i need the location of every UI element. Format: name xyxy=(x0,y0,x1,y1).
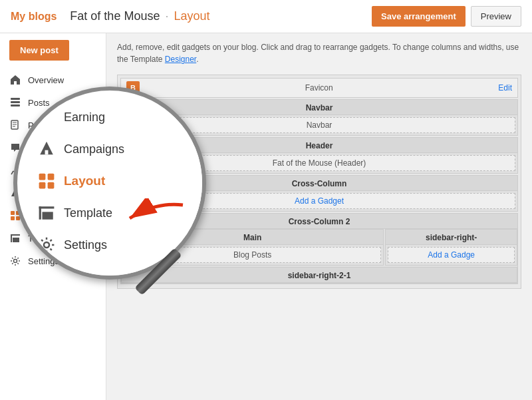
navbar-section: Navbar Navbar xyxy=(120,99,518,136)
main-column: Main Blog Posts xyxy=(121,229,384,266)
svg-rect-18 xyxy=(11,234,12,242)
sidebar-right-2-1-section: sidebar-right-2-1 xyxy=(121,267,517,284)
preview-button[interactable]: Preview xyxy=(471,6,521,27)
svg-rect-19 xyxy=(13,238,19,242)
cross-column-header: Cross-Column xyxy=(121,176,517,191)
header-label: Header xyxy=(121,138,517,153)
layout-wrapper: New post Overview Posts Pages Comments xyxy=(0,33,532,400)
svg-rect-13 xyxy=(11,211,15,215)
main-body[interactable]: Blog Posts xyxy=(124,247,381,263)
svg-rect-16 xyxy=(16,216,20,220)
main-header: Main xyxy=(122,230,383,245)
cross-column2-section: Cross-Column 2 Main Blog Posts sidebar-r… xyxy=(120,213,518,284)
settings-icon xyxy=(9,255,21,267)
svg-point-20 xyxy=(14,260,17,263)
favicon-icon: B xyxy=(126,81,140,95)
campaigns-icon xyxy=(9,187,21,199)
comments-icon xyxy=(9,142,21,154)
svg-rect-15 xyxy=(11,216,15,220)
sidebar-right-header: sidebar-right- xyxy=(386,230,517,245)
svg-rect-17 xyxy=(11,234,20,236)
main-content: Add, remove, edit gadgets on your blog. … xyxy=(106,33,532,400)
current-page-label: Layout xyxy=(174,9,209,23)
sidebar-item-posts[interactable]: Posts xyxy=(0,91,106,114)
new-post-button[interactable]: New post xyxy=(9,40,69,61)
header-body[interactable]: Fat of the Mouse (Header) xyxy=(123,155,515,171)
pages-icon xyxy=(9,119,21,131)
sidebar-right-column: sidebar-right- Add a Gadge xyxy=(385,229,517,266)
sidebar-item-overview[interactable]: Overview xyxy=(0,69,106,91)
cross-column-body[interactable]: Add a Gadget xyxy=(123,193,515,209)
sidebar-right-2-1-header: sidebar-right-2-1 xyxy=(122,268,517,283)
top-bar: My blogs Fat of the Mouse · Layout Save … xyxy=(0,0,532,33)
cross-column2-header: Cross-Column 2 xyxy=(121,214,517,229)
svg-line-10 xyxy=(17,167,19,169)
sidebar-item-settings[interactable]: Settings xyxy=(0,250,106,272)
svg-rect-12 xyxy=(15,194,17,196)
svg-rect-2 xyxy=(11,104,20,106)
header-section: Header Fat of the Mouse (Header) xyxy=(120,137,518,174)
posts-icon xyxy=(9,97,21,108)
separator: · xyxy=(165,9,168,23)
favicon-row: B Favicon Edit xyxy=(120,78,518,98)
favicon-label: Favicon xyxy=(145,83,493,93)
layout-area: B Favicon Edit Navbar Navbar Header Fat … xyxy=(117,75,521,289)
sidebar-right-body[interactable]: Add a Gadge xyxy=(388,247,515,263)
sidebar-item-pages[interactable]: Pages xyxy=(0,114,106,136)
sidebar-item-comments[interactable]: Comments xyxy=(0,136,106,159)
save-arrangement-button[interactable]: Save arrangement xyxy=(372,6,466,27)
page-breadcrumb: Fat of the Mouse · Layout xyxy=(70,9,209,23)
sidebar-item-campaigns[interactable]: Campaigns xyxy=(0,182,106,204)
sidebar-item-layout[interactable]: Layout xyxy=(0,204,106,227)
description-text: Add, remove, edit gadgets on your blog. … xyxy=(117,41,521,65)
template-icon xyxy=(9,232,21,244)
sidebar: New post Overview Posts Pages Comments xyxy=(0,33,106,400)
top-bar-actions: Save arrangement Preview xyxy=(372,6,521,27)
my-blogs-link[interactable]: My blogs xyxy=(11,11,57,23)
sidebar-item-earning[interactable]: Earning xyxy=(0,159,106,182)
earning-icon xyxy=(9,164,21,176)
svg-rect-14 xyxy=(16,211,20,215)
favicon-edit-link[interactable]: Edit xyxy=(498,83,512,93)
designer-link[interactable]: Designer xyxy=(165,55,196,64)
cross-column2-body: Main Blog Posts sidebar-right- Add a Gad… xyxy=(121,229,517,266)
navbar-header: Navbar xyxy=(121,100,517,115)
navbar-body[interactable]: Navbar xyxy=(123,117,515,133)
svg-line-9 xyxy=(15,169,17,172)
layout-icon xyxy=(9,210,21,222)
cross-column-section: Cross-Column Add a Gadget xyxy=(120,175,518,212)
svg-rect-0 xyxy=(11,98,20,100)
svg-rect-1 xyxy=(11,101,20,103)
home-icon xyxy=(9,74,21,86)
blog-name: Fat of the Mouse xyxy=(70,9,160,23)
sidebar-item-template[interactable]: Template xyxy=(0,227,106,250)
svg-line-7 xyxy=(11,171,13,174)
